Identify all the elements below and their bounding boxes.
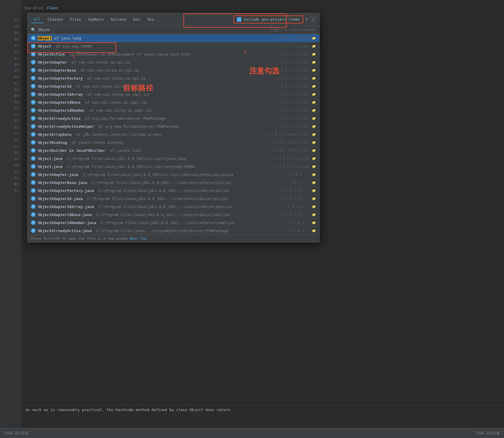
file-icon[interactable]: 📁 bbox=[312, 68, 316, 72]
file-icon[interactable]: 📁 bbox=[312, 197, 316, 201]
result-item-objectadapteridarray-java[interactable]: C ObjectAdapterIdArray.java C:\Program F… bbox=[28, 203, 319, 211]
result-context: C:\Program Files\Java\jdk1.8.0_192\src.z… bbox=[81, 172, 233, 177]
file-icon[interactable]: 📁 bbox=[312, 101, 316, 104]
file-icon[interactable]: 📁 bbox=[312, 133, 316, 136]
result-right: < 1.8 > (rt.jar) 📁 bbox=[277, 68, 316, 72]
line-numbers-gutter: 37 38 39 40 41 42 43 44 45 46 47 48 49 5… bbox=[0, 0, 22, 438]
result-right: < 1.8 > (rt.jar) 📁 bbox=[277, 60, 316, 64]
file-icon[interactable]: 📁 bbox=[312, 229, 316, 233]
file-icon[interactable]: 📁 bbox=[312, 85, 316, 88]
result-item-objectadapteridnumber[interactable]: C ObjectAdapterIdNumber of com.sun.corba… bbox=[28, 106, 319, 114]
file-icon[interactable]: 📁 bbox=[312, 36, 316, 40]
result-context: of org.omg.CORBA bbox=[54, 44, 92, 48]
include-non-project-label: Include non-project items bbox=[244, 17, 300, 21]
file-icon[interactable]: 📁 bbox=[312, 221, 316, 225]
jar-version: < 1.8 > (src.zip) bbox=[275, 164, 310, 168]
result-item-objectalreadyactive-java[interactable]: C ObjectAlreadyActive.java C:\Program Fi… bbox=[28, 227, 319, 235]
file-icon[interactable]: 📁 bbox=[312, 189, 316, 193]
results-list: C Object of java.lang < 1.8 > (rt.jar) 📁… bbox=[28, 34, 319, 235]
search-input[interactable] bbox=[38, 28, 268, 32]
tab-all[interactable]: All bbox=[31, 15, 43, 23]
result-item-objectadapter[interactable]: I ObjectAdapter of com.sun.corba.se.spi.… bbox=[28, 58, 319, 66]
result-item-objectadapteridnumber-java[interactable]: C ObjectAdapterIdNumber.java C:\Program … bbox=[28, 219, 319, 227]
result-name: ObjectAdapterIdBase.java bbox=[38, 213, 92, 217]
class-icon: C bbox=[31, 92, 36, 97]
jar-version: < 1.8 > (rt.jar) bbox=[277, 116, 310, 120]
result-name: ObjectAdapterIdNumber bbox=[38, 108, 85, 113]
tab-classes[interactable]: Classes bbox=[44, 15, 66, 23]
line-num-40: 40 bbox=[0, 36, 22, 42]
jar-version: < 1.8 > (jfxrt.jar) bbox=[271, 140, 310, 144]
file-icon[interactable]: 📁 bbox=[312, 60, 316, 64]
tab-git[interactable]: Git bbox=[130, 15, 143, 23]
result-item-object-corba[interactable]: I Object of org.omg.CORBA < 1.8 > (rt.ja… bbox=[28, 42, 319, 50]
result-item-objectadapterbase[interactable]: C ObjectAdapterBase of com.sun.corba.se.… bbox=[28, 66, 319, 74]
result-item-object-java-corba[interactable]: I Object.java C:\Program Files\Java\jdk1… bbox=[28, 162, 319, 170]
result-item-objectbinding[interactable]: C ObjectBinding of javafx.beans.binding … bbox=[28, 138, 319, 146]
line-num-41: 41 bbox=[0, 42, 22, 49]
result-item-objectadapteridbase[interactable]: C ObjectAdapterIdBase of com.sun.corba.s… bbox=[28, 98, 319, 106]
file-icon[interactable]: 📁 bbox=[312, 173, 316, 176]
file-icon[interactable]: 📁 bbox=[312, 149, 316, 152]
result-name: ObjectAlreadyActiveHelper bbox=[38, 124, 94, 129]
file-icon[interactable]: 📁 bbox=[312, 117, 316, 120]
filter-icon[interactable]: ⊤ bbox=[306, 17, 308, 22]
see-also-class-link[interactable]: Class bbox=[47, 6, 58, 10]
line-num-49: 49 bbox=[0, 93, 22, 99]
result-item-objectbuilder[interactable]: C ObjectBuilder in JavaFXBuilder of java… bbox=[28, 146, 319, 154]
file-icon[interactable]: 📁 bbox=[312, 93, 316, 96]
tab-files[interactable]: Files bbox=[67, 15, 84, 23]
result-item-objectadapter-java[interactable]: C ObjectAdapter.java C:\Program Files\Ja… bbox=[28, 170, 319, 178]
result-item-objectadapterfactory[interactable]: C ObjectAdapterFactory of com.sun.corba.… bbox=[28, 74, 319, 82]
result-name: ObjectAdapterFactory bbox=[38, 76, 83, 80]
expand-icon[interactable]: ⤢ bbox=[310, 17, 316, 22]
result-item-objectalreadyactive[interactable]: C ObjectAlreadyActive of org.omg.Portabl… bbox=[28, 114, 319, 122]
result-item-objectadapterid[interactable]: C ObjectAdapterId of com.sun.corba.se.sp… bbox=[28, 82, 319, 90]
result-item-object-java-file[interactable]: C Object.java C:\Program Files\Java\jdk1… bbox=[28, 154, 319, 162]
file-icon[interactable]: 📁 bbox=[312, 205, 316, 209]
result-context: of org.omg.PortableServer.POAPackage bbox=[96, 124, 179, 129]
result-item-objectadapteridbase-java[interactable]: C ObjectAdapterIdBase.java C:\Program Fi… bbox=[28, 211, 319, 219]
result-context: C:\Program Files\Java\jdk1.8.0_192\...\s… bbox=[99, 221, 235, 225]
file-icon[interactable]: 📁 bbox=[312, 52, 316, 56]
file-icon[interactable]: 📁 bbox=[312, 157, 316, 160]
result-item-objectaction[interactable]: C ObjectAction in HTMLReader in HTMLDocu… bbox=[28, 50, 319, 58]
result-item-objectadapteridarray[interactable]: C ObjectAdapterIdArray of com.sun.corba.… bbox=[28, 90, 319, 98]
result-context: of com.sun.corba.se.spi.oa bbox=[69, 60, 130, 64]
include-non-project-container: ✓ Include non-project items bbox=[233, 15, 303, 23]
tab-symbols[interactable]: Symbols bbox=[85, 15, 107, 23]
file-icon[interactable]: 📁 bbox=[312, 44, 316, 48]
result-right: < 1.8 > (... 📁 bbox=[285, 180, 316, 184]
file-icon[interactable]: 📁 bbox=[312, 109, 316, 112]
include-non-project-checkbox[interactable]: ✓ bbox=[237, 17, 241, 22]
result-name: Object of java.lang bbox=[38, 36, 81, 40]
jar-version: < 1.8 > (rt.jar) bbox=[277, 100, 310, 104]
line-num-45: 45 bbox=[0, 68, 22, 74]
file-icon[interactable]: 📁 bbox=[312, 125, 316, 128]
result-right: < 1.8 > (rt.jar) 📁 bbox=[277, 116, 316, 120]
tab-actions[interactable]: Actions bbox=[108, 15, 129, 23]
result-item-objectarraydata[interactable]: C ObjectArrayData of jdk.nashorn.interna… bbox=[28, 130, 319, 138]
jar-version: < 1.8 > (jfxrt.jar) bbox=[271, 148, 310, 152]
search-hint: Type / to see commands bbox=[270, 28, 316, 32]
result-name: ObjectAdapterBase.java bbox=[38, 180, 87, 185]
next-tip-link[interactable]: Next Tip bbox=[130, 237, 147, 241]
result-item-objectadapterbase-java[interactable]: C ObjectAdapterBase.java C:\Program File… bbox=[28, 178, 319, 186]
result-item-objectalreadyactivehelper[interactable]: C ObjectAlreadyActiveHelper of org.omg.P… bbox=[28, 122, 319, 130]
file-icon[interactable]: 📁 bbox=[312, 141, 316, 144]
result-item-objectadapterid-java[interactable]: C ObjectAdapterId.java C:\Program Files\… bbox=[28, 195, 319, 203]
file-icon[interactable]: 📁 bbox=[312, 165, 316, 168]
class-icon: C bbox=[31, 52, 36, 56]
file-icon[interactable]: 📁 bbox=[312, 76, 316, 80]
result-item-object-java-lang[interactable]: C Object of java.lang < 1.8 > (rt.jar) 📁 bbox=[28, 34, 319, 42]
result-right: < 1.8 > (rt.jar) 📁 bbox=[277, 36, 316, 40]
result-context: C:\Program Files\Java\jdk1.8.0_192\...\s… bbox=[94, 213, 231, 217]
csdn-label: CSDN-是吕先森 bbox=[476, 431, 500, 436]
result-item-objectadapterfactory-java[interactable]: I ObjectAdapterFactory.java C:\Program F… bbox=[28, 186, 319, 195]
interface-icon: I bbox=[31, 60, 36, 64]
result-context: C:\Program Files\Java\...\org\omg\Portab… bbox=[94, 229, 229, 233]
result-right: < 1.8 >... 📁 bbox=[290, 221, 316, 225]
file-icon[interactable]: 📁 bbox=[312, 213, 316, 217]
tab-tex[interactable]: Tex... bbox=[144, 15, 163, 23]
file-icon[interactable]: 📁 bbox=[312, 181, 316, 184]
